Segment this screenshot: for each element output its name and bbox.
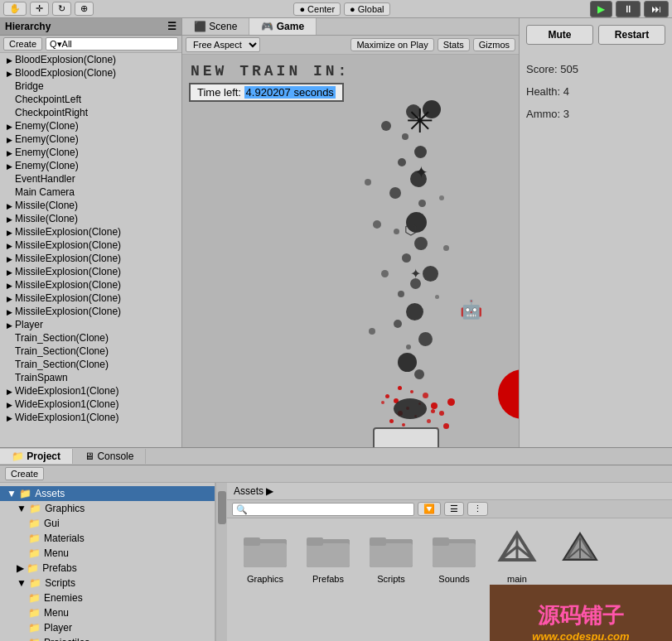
- svg-rect-6: [307, 543, 350, 567]
- hierarchy-item[interactable]: ▶Missile(Clone): [0, 199, 181, 212]
- asset-tree-item[interactable]: ▼ 📁Scripts: [0, 576, 215, 590]
- play-button[interactable]: ▶: [590, 1, 612, 17]
- hierarchy-item[interactable]: ▶MissileExplosion(Clone): [0, 239, 181, 252]
- asset-tree-item[interactable]: 📁Projectiles: [0, 635, 215, 641]
- ammo-display: Ammo: 3: [526, 108, 665, 120]
- assets-filter-button[interactable]: 🔽: [418, 502, 441, 516]
- hierarchy-item[interactable]: ▶WideExplosion1(Clone): [0, 398, 181, 411]
- asset-label: Sounds: [438, 574, 469, 584]
- breadcrumb-label: Assets ▶: [234, 485, 273, 497]
- pause-button[interactable]: ⏸: [616, 1, 641, 17]
- hierarchy-item[interactable]: ▶MissileExplosion(Clone): [0, 252, 181, 265]
- hierarchy-item[interactable]: ▶WideExplosion1(Clone): [0, 411, 181, 424]
- small-explosion3: ✦: [410, 266, 421, 282]
- hierarchy-item[interactable]: CheckpointRight: [0, 106, 181, 119]
- hierarchy-item[interactable]: ▶Enemy(Clone): [0, 159, 181, 172]
- watermark-line2: www.codespu.com: [532, 630, 629, 641]
- stats-button[interactable]: Stats: [438, 38, 470, 51]
- asset-tree-item[interactable]: 📁Player: [0, 620, 215, 635]
- unity-alt-logo-icon: [558, 528, 602, 571]
- asset-grid-item[interactable]: Scripts: [363, 528, 419, 584]
- hierarchy-item[interactable]: Train_Section(Clone): [0, 331, 181, 345]
- asset-tree-item[interactable]: 📁Menu: [0, 605, 215, 620]
- hierarchy-item[interactable]: ▶MissileExplosion(Clone): [0, 225, 181, 239]
- asset-tree-item[interactable]: 📁Materials: [0, 531, 215, 546]
- tab-game[interactable]: 🎮 Game: [249, 18, 317, 35]
- tab-project[interactable]: 📁 Project: [0, 449, 73, 464]
- svg-rect-7: [307, 537, 323, 546]
- hierarchy-item[interactable]: ▶WideExplosion1(Clone): [0, 384, 181, 398]
- mute-button[interactable]: Mute: [526, 25, 593, 45]
- svg-rect-14: [433, 543, 476, 567]
- gizmos-button[interactable]: Gizmos: [473, 38, 515, 51]
- top-toolbar: ✋ ✛ ↻ ⊕ ● Center ● Global ▶ ⏸ ⏭: [0, 0, 672, 18]
- hierarchy-item[interactable]: ▶Enemy(Clone): [0, 133, 181, 146]
- folder-icon: [370, 528, 413, 571]
- asset-tree-item[interactable]: 📁Enemies: [0, 590, 215, 605]
- game-icon: 🎮: [261, 21, 273, 32]
- folder-icon: 📁: [28, 518, 41, 529]
- asset-grid-item[interactable]: Sounds: [426, 528, 482, 584]
- console-icon: 🖥: [85, 451, 94, 462]
- hierarchy-item[interactable]: ▶MissileExplosion(Clone): [0, 278, 181, 292]
- assets-options-button[interactable]: ⋮: [467, 502, 488, 516]
- main-area: Hierarchy ☰ Create ▶BloodExplosion(Clone…: [0, 18, 672, 447]
- hierarchy-item[interactable]: ▶Missile(Clone): [0, 212, 181, 225]
- scene-tabs: ⬛ Scene 🎮 Game: [182, 18, 519, 36]
- hierarchy-item[interactable]: Main Camera: [0, 186, 181, 199]
- global-button[interactable]: ● Global: [344, 2, 389, 16]
- assets-search-input[interactable]: [232, 503, 414, 516]
- scale-tool-button[interactable]: ⊕: [75, 2, 94, 16]
- restart-button[interactable]: Restart: [598, 25, 665, 45]
- svg-rect-10: [370, 543, 413, 567]
- small-explosion2: ⬡: [404, 220, 418, 239]
- hierarchy-item[interactable]: Train_Section(Clone): [0, 345, 181, 358]
- hierarchy-item[interactable]: ▶Enemy(Clone): [0, 146, 181, 159]
- asset-tree-item[interactable]: 📁Menu: [0, 546, 215, 561]
- asset-grid-item[interactable]: main: [489, 528, 545, 584]
- tab-console[interactable]: 🖥 Console: [73, 449, 146, 464]
- hierarchy-list[interactable]: ▶BloodExplosion(Clone)▶BloodExplosion(Cl…: [0, 53, 181, 447]
- asset-grid-item[interactable]: Prefabs: [300, 528, 356, 584]
- asset-tree-item[interactable]: ▼ 📁Assets: [0, 486, 215, 501]
- hierarchy-item[interactable]: ▶Player: [0, 318, 181, 331]
- tab-scene[interactable]: ⬛ Scene: [182, 18, 249, 35]
- hierarchy-item[interactable]: TrainSpawn: [0, 371, 181, 384]
- hierarchy-search-input[interactable]: [46, 37, 178, 51]
- hierarchy-item[interactable]: ▶BloodExplosion(Clone): [0, 53, 181, 66]
- game-viewport: NEW TRAIN IN: Time left: 4.920207 second…: [182, 55, 519, 447]
- asset-grid-item[interactable]: Graphics: [237, 528, 293, 584]
- inspector-button-row: Mute Restart: [526, 25, 665, 48]
- hierarchy-item[interactable]: EventHandler: [0, 172, 181, 186]
- watermark: 源码铺子 www.codespu.com: [490, 585, 672, 641]
- maximize-on-play-button[interactable]: Maximize on Play: [351, 38, 433, 51]
- hierarchy-item[interactable]: ▶BloodExplosion(Clone): [0, 66, 181, 80]
- hierarchy-item[interactable]: ▶MissileExplosion(Clone): [0, 292, 181, 305]
- asset-grid-item[interactable]: [552, 528, 608, 584]
- assets-create-button[interactable]: Create: [5, 467, 44, 480]
- hierarchy-item[interactable]: Train_Section(Clone): [0, 358, 181, 371]
- hierarchy-item[interactable]: Bridge: [0, 80, 181, 93]
- center-button[interactable]: ● Center: [293, 2, 341, 16]
- hierarchy-create-button[interactable]: Create: [3, 37, 42, 51]
- assets-view-button[interactable]: ☰: [444, 502, 464, 516]
- hierarchy-menu-icon[interactable]: ☰: [167, 21, 176, 32]
- tree-scrollbar[interactable]: [215, 483, 227, 641]
- hierarchy-item[interactable]: ▶Enemy(Clone): [0, 119, 181, 133]
- folder-icon: 📁: [28, 607, 41, 619]
- hand-tool-button[interactable]: ✋: [3, 2, 27, 16]
- aspect-select[interactable]: Free Aspect: [186, 37, 260, 52]
- folder-icon: [244, 528, 287, 571]
- hierarchy-item[interactable]: ▶MissileExplosion(Clone): [0, 305, 181, 318]
- asset-tree-item[interactable]: ▶ 📁Prefabs: [0, 561, 215, 576]
- assets-tree: ▼ 📁Assets▼ 📁Graphics 📁Gui 📁Materials 📁Me…: [0, 483, 215, 641]
- hierarchy-item[interactable]: ▶MissileExplosion(Clone): [0, 265, 181, 278]
- scene-toolbar: Free Aspect Maximize on Play Stats Gizmo…: [182, 36, 519, 55]
- scene-tab-label: Scene: [209, 21, 237, 32]
- asset-tree-item[interactable]: ▼ 📁Graphics: [0, 501, 215, 516]
- step-button[interactable]: ⏭: [644, 1, 669, 17]
- rotate-tool-button[interactable]: ↻: [52, 2, 71, 16]
- hierarchy-item[interactable]: CheckpointLeft: [0, 93, 181, 106]
- asset-tree-item[interactable]: 📁Gui: [0, 516, 215, 531]
- move-tool-button[interactable]: ✛: [30, 2, 49, 16]
